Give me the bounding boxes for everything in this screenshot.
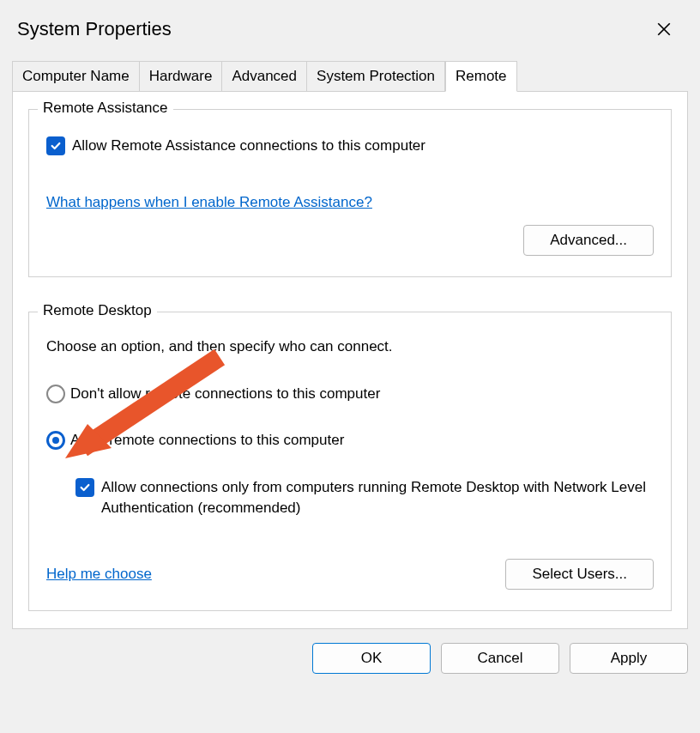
ok-button[interactable]: OK	[312, 643, 431, 674]
select-users-button[interactable]: Select Users...	[505, 559, 654, 590]
dialog-button-row: OK Cancel Apply	[0, 629, 700, 686]
apply-button[interactable]: Apply	[570, 643, 688, 674]
nla-checkbox-row[interactable]: Allow connections only from computers ru…	[75, 477, 654, 518]
remote-desktop-instruction: Choose an option, and then specify who c…	[46, 338, 654, 355]
allow-remote-assistance-label: Allow Remote Assistance connections to t…	[72, 136, 425, 156]
remote-assistance-group: Remote Assistance Allow Remote Assistanc…	[28, 109, 672, 277]
remote-assistance-advanced-button[interactable]: Advanced...	[523, 225, 654, 256]
titlebar: System Properties	[0, 0, 700, 60]
nla-checkbox[interactable]	[75, 478, 94, 497]
cancel-button[interactable]: Cancel	[441, 643, 559, 674]
deny-remote-connections-label: Don't allow remote connections to this c…	[70, 385, 380, 403]
remote-assistance-legend: Remote Assistance	[38, 100, 173, 117]
window-title: System Properties	[17, 18, 172, 40]
tab-advanced[interactable]: Advanced	[222, 61, 307, 92]
close-icon	[656, 21, 672, 37]
checkmark-icon	[50, 140, 62, 152]
help-me-choose-link[interactable]: Help me choose	[46, 566, 152, 583]
close-button[interactable]	[645, 14, 683, 45]
remote-tab-panel: Remote Assistance Allow Remote Assistanc…	[12, 91, 688, 629]
system-properties-dialog: System Properties Computer Name Hardware…	[0, 0, 700, 733]
remote-assistance-help-link[interactable]: What happens when I enable Remote Assist…	[46, 194, 654, 211]
allow-remote-connections-label: Allow remote connections to this compute…	[70, 432, 344, 449]
nla-label: Allow connections only from computers ru…	[101, 477, 654, 518]
tab-computer-name[interactable]: Computer Name	[12, 61, 140, 92]
remote-desktop-group: Remote Desktop Choose an option, and the…	[28, 312, 672, 612]
tab-system-protection[interactable]: System Protection	[307, 61, 445, 92]
allow-remote-connections-row[interactable]: Allow remote connections to this compute…	[46, 431, 654, 450]
annotation-arrow-icon	[58, 342, 230, 479]
checkmark-icon	[79, 482, 91, 494]
allow-remote-assistance-row[interactable]: Allow Remote Assistance connections to t…	[46, 136, 654, 156]
allow-remote-connections-radio[interactable]	[46, 431, 65, 450]
tab-remote[interactable]: Remote	[445, 61, 517, 92]
tab-hardware[interactable]: Hardware	[140, 61, 223, 92]
allow-remote-assistance-checkbox[interactable]	[46, 136, 65, 155]
deny-remote-connections-radio[interactable]	[46, 385, 65, 403]
deny-remote-connections-row[interactable]: Don't allow remote connections to this c…	[46, 385, 654, 403]
remote-desktop-legend: Remote Desktop	[38, 302, 157, 319]
tab-strip: Computer Name Hardware Advanced System P…	[0, 60, 700, 91]
